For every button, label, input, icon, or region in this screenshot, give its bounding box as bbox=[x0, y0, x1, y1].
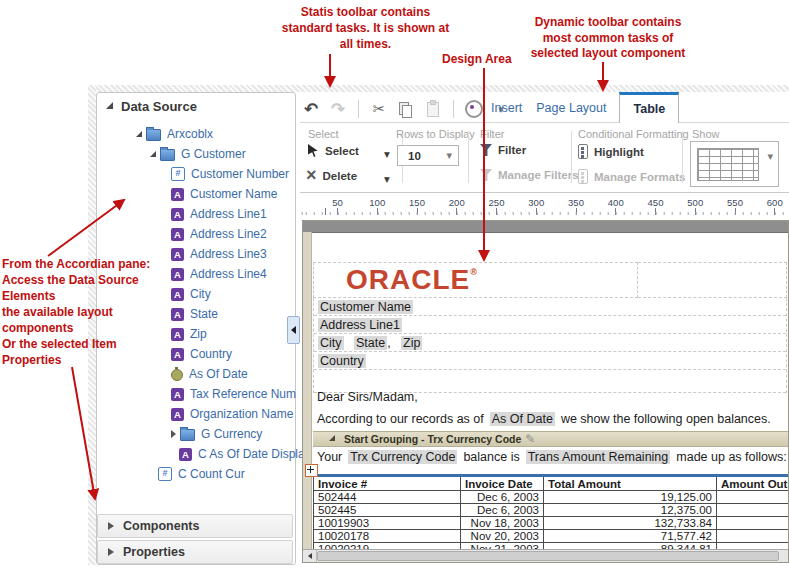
select-group-title: Select bbox=[308, 128, 339, 140]
tree-item[interactable]: Tax Reference Num bbox=[97, 384, 295, 404]
expand-arrow-icon[interactable] bbox=[171, 430, 176, 438]
invoice-date-cell[interactable]: Dec 6, 2003 bbox=[461, 491, 544, 504]
invoice-table-row[interactable]: 10020178 Nov 20, 2003 71,577.42 bbox=[314, 530, 789, 543]
rows-to-display-select[interactable]: 10 ▾ bbox=[397, 145, 459, 166]
total-amount-cell[interactable]: 19,125.00 bbox=[544, 491, 717, 504]
city-state-zip-row: City State , Zip bbox=[314, 334, 786, 352]
ruler-number: 500 bbox=[687, 197, 703, 208]
tree-item[interactable]: C Count Cur bbox=[97, 464, 295, 484]
invoice-table-row[interactable]: 10019903 Nov 18, 2003 132,733.84 bbox=[314, 517, 789, 530]
redo-icon[interactable] bbox=[329, 100, 347, 118]
trx-currency-code-field[interactable]: Trx Currency Code bbox=[348, 450, 457, 464]
tree-item[interactable]: Organization Name bbox=[97, 404, 295, 424]
tree-item[interactable]: Customer Number bbox=[97, 164, 295, 184]
data-source-header[interactable]: Data Source bbox=[97, 93, 295, 119]
tab-page-layout[interactable]: Page Layout bbox=[529, 101, 613, 115]
pane-collapse-handle[interactable] bbox=[287, 316, 300, 344]
address-line1-field[interactable]: Address Line1 bbox=[318, 318, 402, 332]
tree-item[interactable]: G Currency bbox=[97, 424, 295, 444]
tree-item-label: Customer Number bbox=[191, 167, 289, 181]
select-button[interactable]: Select bbox=[308, 144, 359, 157]
invoice-column-header[interactable]: Invoice # bbox=[314, 477, 461, 491]
expanded-triangle-icon bbox=[106, 102, 113, 109]
invoice-number-cell[interactable]: 502445 bbox=[314, 504, 461, 517]
expand-arrow-icon[interactable] bbox=[136, 131, 142, 137]
total-amount-cell[interactable]: 71,577.42 bbox=[544, 530, 717, 543]
zip-field[interactable]: Zip bbox=[401, 336, 422, 350]
as-of-date-field[interactable]: As Of Date bbox=[490, 412, 555, 426]
invoice-table-row[interactable]: 502445 Dec 6, 2003 12,375.00 bbox=[314, 504, 789, 517]
copy-icon[interactable] bbox=[397, 100, 415, 118]
logo-cell[interactable]: ORACLE® bbox=[313, 262, 638, 298]
city-field[interactable]: City bbox=[318, 336, 344, 350]
amount-outstanding-cell[interactable] bbox=[717, 517, 789, 530]
invoice-column-header[interactable]: Total Amount bbox=[544, 477, 717, 491]
invoice-date-cell[interactable]: Nov 20, 2003 bbox=[461, 530, 544, 543]
manage-formats-button[interactable]: Manage Formats bbox=[578, 169, 685, 184]
text-icon bbox=[171, 348, 184, 361]
toolbar-icon[interactable] bbox=[358, 100, 359, 118]
tree-item-label: State bbox=[190, 307, 218, 321]
funnel-icon bbox=[480, 169, 492, 181]
filter-button[interactable]: Filter bbox=[480, 144, 526, 156]
text-icon bbox=[171, 268, 184, 281]
invoice-number-cell[interactable]: 10019903 bbox=[314, 517, 461, 530]
trans-amount-remaining-field[interactable]: Trans Amount Remaining bbox=[526, 450, 671, 464]
country-field[interactable]: Country bbox=[318, 354, 366, 368]
toolbar-icon[interactable] bbox=[453, 100, 454, 118]
total-amount-cell[interactable]: 132,733.84 bbox=[544, 517, 717, 530]
invoice-date-cell[interactable]: Dec 6, 2003 bbox=[461, 504, 544, 517]
accordion-properties[interactable]: Properties bbox=[97, 540, 293, 564]
amount-outstanding-cell[interactable] bbox=[717, 491, 789, 504]
highlight-button[interactable]: Highlight bbox=[578, 144, 644, 159]
horizontal-scrollbar[interactable] bbox=[303, 549, 788, 562]
delete-dropdown-icon[interactable]: ▾ bbox=[384, 172, 390, 186]
tree-item-label: Customer Name bbox=[190, 187, 277, 201]
design-area[interactable]: ORACLE® Customer Name Address Line1 City… bbox=[302, 220, 789, 563]
customer-name-field[interactable]: Customer Name bbox=[318, 300, 413, 314]
tab-table[interactable]: Table bbox=[619, 92, 679, 123]
tab-insert[interactable]: Insert bbox=[484, 101, 529, 115]
amount-outstanding-cell[interactable] bbox=[717, 504, 789, 517]
state-field[interactable]: State bbox=[354, 336, 387, 350]
tree-item[interactable]: Address Line1 bbox=[97, 204, 295, 224]
show-grid-button[interactable]: ▾ bbox=[690, 141, 779, 187]
table-move-handle-icon[interactable] bbox=[305, 464, 318, 477]
design-area-annotation: Design Area bbox=[442, 51, 512, 67]
canvas-left-margin bbox=[303, 232, 312, 551]
tree-item[interactable]: C As Of Date Display bbox=[97, 444, 295, 464]
amount-outstanding-cell[interactable] bbox=[717, 530, 789, 543]
total-amount-cell[interactable]: 12,375.00 bbox=[544, 504, 717, 517]
invoice-table[interactable]: Invoice #Invoice DateTotal AmountAmount … bbox=[313, 474, 789, 556]
tree-item[interactable]: Address Line2 bbox=[97, 224, 295, 244]
invoice-number-cell[interactable]: 502444 bbox=[314, 491, 461, 504]
delete-button[interactable]: Delete bbox=[306, 169, 357, 183]
start-grouping-bar[interactable]: Start Grouping - Trx Currency Code ✎ bbox=[313, 431, 789, 447]
paste-icon[interactable] bbox=[424, 100, 442, 118]
conditional-formatting-group-title: Conditional Formatting bbox=[578, 128, 689, 140]
select-dropdown-icon[interactable]: ▾ bbox=[384, 147, 390, 161]
table-grid-icon bbox=[697, 148, 759, 181]
tree-item[interactable]: G Customer bbox=[97, 144, 295, 164]
undo-icon[interactable] bbox=[302, 100, 320, 118]
invoice-number-cell[interactable]: 10020178 bbox=[314, 530, 461, 543]
invoice-column-header[interactable]: Amount Outs bbox=[717, 477, 789, 491]
ruler-number: 550 bbox=[727, 197, 743, 208]
cut-icon[interactable] bbox=[370, 100, 388, 118]
expand-arrow-icon[interactable] bbox=[150, 151, 156, 157]
invoice-table-row[interactable]: 502444 Dec 6, 2003 19,125.00 bbox=[314, 491, 789, 504]
invoice-table-header: Invoice #Invoice DateTotal AmountAmount … bbox=[314, 477, 789, 491]
pencil-edit-icon[interactable]: ✎ bbox=[525, 432, 535, 446]
header-empty-cell[interactable] bbox=[638, 262, 787, 298]
scroll-left-arrow-icon[interactable] bbox=[303, 550, 317, 562]
invoice-date-cell[interactable]: Nov 18, 2003 bbox=[461, 517, 544, 530]
manage-filters-button[interactable]: Manage Filters bbox=[480, 169, 579, 181]
tree-item[interactable]: Customer Name bbox=[97, 184, 295, 204]
view-report-icon[interactable] bbox=[465, 100, 483, 118]
tree-item[interactable]: Arxcoblx bbox=[97, 124, 295, 144]
accordion-components[interactable]: Components bbox=[97, 514, 293, 538]
invoice-column-header[interactable]: Invoice Date bbox=[461, 477, 544, 491]
group-separator bbox=[468, 131, 469, 183]
scrollbar-thumb[interactable] bbox=[317, 551, 779, 561]
ruler-number: 250 bbox=[489, 197, 505, 208]
